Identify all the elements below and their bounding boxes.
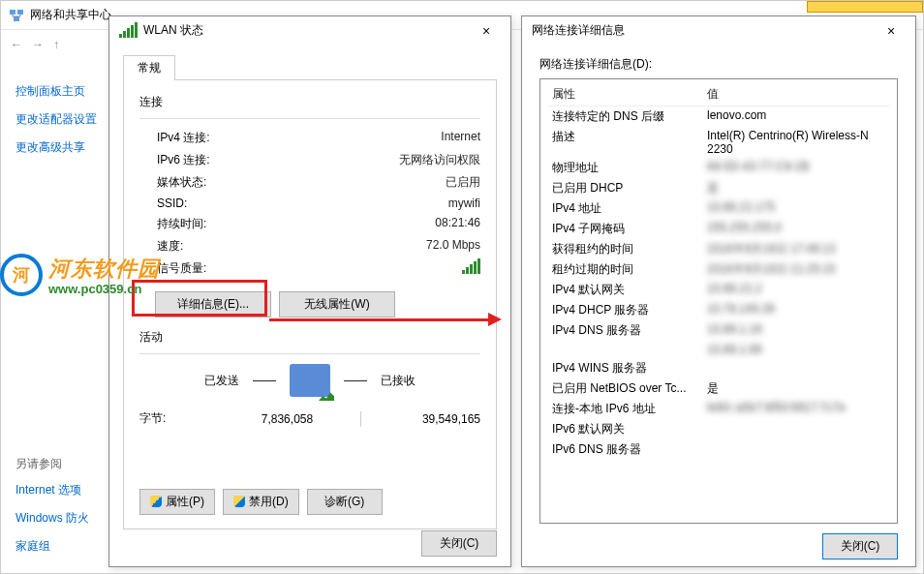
diagnose-button[interactable]: 诊断(G) [307, 489, 383, 515]
details-row[interactable]: 10.88.1.98 [548, 341, 889, 358]
details-row[interactable]: 连接特定的 DNS 后缀lenovo.com [548, 106, 889, 127]
tab-strip: 常规 [123, 54, 497, 79]
details-listbox[interactable]: 属性 值 连接特定的 DNS 后缀lenovo.com描述Intel(R) Ce… [539, 78, 898, 524]
row-ipv6: IPv6 连接:无网络访问权限 [139, 149, 480, 171]
details-row[interactable]: IPv4 DNS 服务器10.88.1.18 [548, 320, 889, 341]
details-row[interactable]: 租约过期的时间2016年9月18日 21:25:15 [548, 259, 889, 280]
nav-back-icon[interactable]: ← [11, 38, 22, 51]
bytes-recv-value: 39,549,165 [400, 412, 481, 426]
details-close-button[interactable]: 关闭(C) [822, 533, 898, 559]
details-row[interactable]: IPv4 DHCP 服务器10.78.145.36 [548, 300, 889, 320]
disable-button[interactable]: 禁用(D) [223, 489, 299, 515]
details-row[interactable]: 描述Intel(R) Centrino(R) Wireless-N 2230 [548, 127, 889, 158]
wlan-title-text: WLAN 状态 [143, 22, 203, 39]
details-row[interactable]: IPv4 默认网关10.86.22.2 [548, 280, 889, 300]
annotation-arrowhead [488, 313, 502, 326]
shield-icon [233, 496, 245, 507]
sidebar-link-adapter[interactable]: 更改适配器设置 [15, 111, 108, 128]
sidebar-link-firewall[interactable]: Windows 防火 [15, 510, 108, 527]
details-header[interactable]: 属性 值 [548, 83, 889, 106]
svg-rect-0 [10, 10, 15, 15]
network-activity-icon [290, 364, 330, 397]
group-connection: 连接 [139, 94, 480, 110]
sidebar-section-seealso: 另请参阅 [15, 456, 108, 472]
svg-rect-2 [14, 16, 19, 21]
bg-title-text: 网络和共享中心 [30, 7, 111, 23]
bytes-label: 字节: [139, 410, 194, 427]
details-row[interactable]: IPv6 DNS 服务器 [548, 439, 889, 460]
activity-area: 已发送 —— —— 已接收 字节: 7,836,058 39,549,165 [139, 364, 480, 427]
details-row[interactable]: 已启用 NetBIOS over Tc...是 [548, 378, 889, 399]
row-ssid: SSID:mywifi [139, 194, 480, 213]
details-button[interactable]: 详细信息(E)... [155, 291, 271, 317]
details-row[interactable]: IPv4 地址10.86.22.175 [548, 198, 889, 219]
sent-label: 已发送 [204, 373, 239, 389]
details-row[interactable]: 连接-本地 IPv6 地址fe80::a5b7:8f50:9917:7c7e [548, 399, 889, 419]
col-value[interactable]: 值 [707, 86, 719, 103]
nav-up-icon[interactable]: ↑ [53, 38, 59, 51]
details-row[interactable]: IPv4 子网掩码255.255.255.0 [548, 219, 889, 239]
details-row[interactable]: 物理地址68-5D-43-77-C8-2B [548, 158, 889, 178]
details-row[interactable]: 已启用 DHCP是 [548, 178, 889, 198]
bg-sidebar: 控制面板主页 更改适配器设置 更改高级共享 另请参阅 Internet 选项 W… [15, 83, 108, 566]
details-row[interactable]: 获得租约的时间2016年9月18日 17:46:13 [548, 239, 889, 259]
annotation-arrow [269, 318, 490, 321]
sidebar-link-home[interactable]: 控制面板主页 [15, 83, 108, 100]
details-close-icon[interactable]: × [877, 23, 906, 39]
row-speed: 速度:72.0 Mbps [139, 235, 480, 257]
wlan-status-dialog: WLAN 状态 × 常规 连接 IPv4 连接:Internet IPv6 连接… [108, 15, 511, 567]
nav-forward-icon[interactable]: → [32, 38, 44, 51]
network-center-icon [9, 8, 24, 23]
wlan-close-button[interactable]: 关闭(C) [421, 530, 497, 557]
wifi-icon [119, 24, 138, 38]
details-row[interactable]: IPv4 WINS 服务器 [548, 358, 889, 378]
bytes-sent-value: 7,836,058 [232, 412, 314, 426]
details-list-label: 网络连接详细信息(D): [539, 56, 898, 73]
recv-label: 已接收 [381, 373, 416, 389]
tab-panel-general: 连接 IPv4 连接:Internet IPv6 连接:无网络访问权限 媒体状态… [123, 79, 497, 529]
svg-rect-1 [17, 10, 23, 15]
sidebar-link-sharing[interactable]: 更改高级共享 [15, 139, 108, 156]
cropped-window-fragment [807, 1, 923, 13]
details-titlebar[interactable]: 网络连接详细信息 × [522, 16, 915, 45]
details-row[interactable]: IPv6 默认网关 [548, 419, 889, 439]
col-property[interactable]: 属性 [552, 86, 707, 103]
row-media: 媒体状态:已启用 [139, 171, 480, 194]
sidebar-link-homegroup[interactable]: 家庭组 [15, 538, 108, 555]
details-title-text: 网络连接详细信息 [532, 22, 625, 39]
properties-button[interactable]: 属性(P) [139, 489, 215, 515]
row-signal: 信号质量: [139, 257, 480, 280]
wlan-close-icon[interactable]: × [472, 23, 501, 39]
tab-general[interactable]: 常规 [123, 55, 175, 80]
connection-details-dialog: 网络连接详细信息 × 网络连接详细信息(D): 属性 值 连接特定的 DNS 后… [521, 15, 916, 567]
sidebar-link-internet[interactable]: Internet 选项 [15, 482, 108, 498]
group-activity: 活动 [139, 329, 480, 346]
wireless-properties-button[interactable]: 无线属性(W) [279, 291, 395, 317]
wlan-titlebar[interactable]: WLAN 状态 × [109, 16, 510, 45]
row-duration: 持续时间:08:21:46 [139, 213, 480, 235]
row-ipv4: IPv4 连接:Internet [139, 127, 480, 149]
signal-bars-icon [462, 260, 480, 274]
shield-icon [150, 496, 162, 507]
